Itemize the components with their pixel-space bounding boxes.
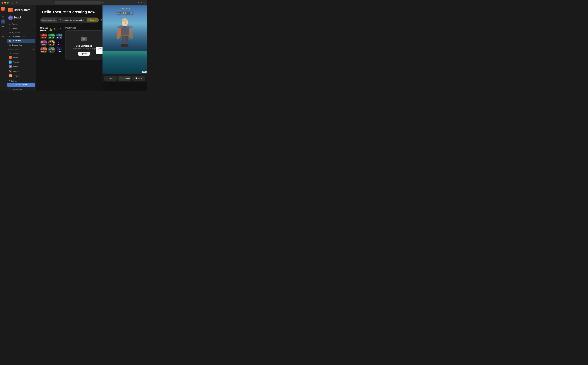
svg-rect-1	[11, 9, 12, 9]
history-button[interactable]: ↺	[100, 19, 102, 22]
svg-rect-20	[41, 41, 43, 43]
strip-j-icon[interactable]: J	[1, 29, 5, 33]
svg-point-5	[42, 34, 44, 36]
request-feature-link[interactable]: ◌ Request feature	[7, 87, 35, 91]
tab-new[interactable]: New	[54, 28, 58, 30]
svg-rect-62	[121, 44, 125, 47]
nav-item-communities[interactable]: ⁂ Communities	[7, 43, 35, 47]
jpg-badge: JPG ☞	[96, 47, 102, 54]
svg-rect-0	[9, 9, 10, 9]
share-icon[interactable]: ⬆	[138, 2, 139, 4]
forward-button[interactable]: ›	[17, 1, 18, 4]
fav-item-warforge[interactable]: ⚔️ Warforge	[7, 69, 35, 74]
fav-item-rampage[interactable]: 💥 Rampage	[7, 74, 35, 78]
svg-rect-9	[43, 35, 44, 35]
nav-item-search[interactable]: ⌕ Search K	[7, 22, 35, 26]
close-button[interactable]	[2, 2, 3, 4]
genre-card-sports[interactable]: Sports	[48, 40, 55, 46]
windows-icon[interactable]: ⊟	[144, 2, 145, 4]
game-title-overlay: LEGENDS OF ASTRIA	[102, 7, 147, 15]
fav-label-aether: Aether	[13, 66, 17, 68]
fav-icon-warforge: ⚔️	[9, 70, 12, 73]
svg-point-67	[126, 26, 130, 28]
tab-hot[interactable]: Hot	[50, 28, 52, 30]
tab-top[interactable]: Top	[60, 28, 62, 30]
nav-item-home[interactable]: ⌂ Home	[7, 26, 35, 30]
user-profile[interactable]: EE Edwin E. @TopPlayer	[6, 14, 36, 21]
minimize-button[interactable]	[4, 2, 6, 4]
settings-link[interactable]: ⚙ Settings	[7, 79, 35, 83]
svg-point-46	[61, 48, 61, 49]
genre-card-action[interactable]: Action	[40, 34, 47, 39]
genre-label-strategy: Strategy	[40, 43, 47, 46]
strip-home-icon[interactable]: F	[1, 20, 5, 23]
input-col: Input Image Use a reference	[65, 27, 102, 60]
request-icon: ◌	[9, 88, 10, 90]
genre-card-metroidvania[interactable]: Metroidvania	[56, 47, 62, 53]
svg-rect-3	[11, 10, 12, 10]
nav-item-workstation[interactable]: ▦ Workstation	[7, 39, 35, 43]
type-selector[interactable]: Character design	[40, 18, 57, 22]
progress-section: 77%	[102, 74, 147, 74]
svg-rect-61	[125, 36, 128, 45]
fav-label-rampage: Rampage	[13, 75, 20, 77]
strip-g-icon[interactable]: G	[1, 24, 5, 28]
create-again-button[interactable]: Create again	[118, 76, 131, 81]
genre-card-rpg[interactable]: RPG	[48, 47, 55, 53]
bottom-links: ⚙ Settings	[7, 79, 35, 83]
fav-item-frostfall[interactable]: ❄️ Frostfall	[7, 60, 35, 64]
upload-button[interactable]: Upload	[78, 52, 90, 56]
genre-card-strategy[interactable]: Strategy	[40, 40, 47, 46]
genre-card-puzzle[interactable]: Puzzle	[40, 47, 47, 53]
nav-item-discover[interactable]: ◈ Discover Games	[7, 35, 35, 39]
fav-item-aether[interactable]: ✨ Aether	[7, 64, 35, 69]
invite-friend-button[interactable]: Invite a friend	[7, 83, 35, 87]
sidebar-bottom: ⚙ Settings Invite a friend ◌ Request fea…	[6, 78, 36, 91]
genre-title: Choose Genre	[40, 27, 48, 32]
content-row: Choose Genre Hot New Top	[40, 27, 98, 60]
genre-label-sports: Sports	[48, 43, 55, 46]
workstation-icon: ▦	[9, 40, 11, 42]
nav-label-mygames: My Games	[12, 32, 20, 34]
progress-bar-bg: 77%	[102, 74, 147, 74]
create-button[interactable]: Create	[87, 18, 99, 22]
upload-title: Use a reference	[68, 45, 100, 47]
share-icon: ⬆	[107, 77, 109, 79]
search-shortcut: K	[33, 23, 34, 25]
sidebar-toggle-button[interactable]: ⊞	[11, 1, 14, 4]
upload-subtitle: Upload or drag and drop an image	[68, 48, 100, 49]
sidebar-strip: GF ◎ F G J C	[0, 6, 6, 91]
progress-label: 77%	[142, 71, 146, 73]
traffic-lights	[2, 2, 9, 4]
svg-rect-63	[124, 44, 129, 47]
nav-item-mygames[interactable]: ◎ My Games	[7, 30, 35, 35]
svg-point-45	[57, 48, 58, 48]
reload-button[interactable]: ↻	[102, 2, 103, 4]
new-tab-icon[interactable]: +	[141, 2, 142, 4]
favourites-collapse-icon[interactable]: ▾	[33, 49, 34, 50]
strip-c-icon[interactable]: C	[1, 34, 5, 38]
strip-logo-icon[interactable]: GF	[1, 7, 5, 11]
get-help-link[interactable]: ? Get help	[7, 91, 35, 91]
share-button[interactable]: ⬆ Share	[104, 76, 117, 81]
genre-card-adventure[interactable]: Adventure	[48, 34, 55, 39]
nav-label-communities: Communities	[12, 44, 22, 46]
genre-card-horror[interactable]: Horror	[56, 40, 62, 46]
user-info: Edwin E. @TopPlayer	[14, 16, 34, 20]
back-button[interactable]: ‹	[16, 1, 17, 4]
strip-unknown-icon[interactable]: ◎	[1, 15, 5, 19]
fav-icon-voidborn: 🌑	[9, 51, 12, 55]
hero-title: Hello Theo, start creating now!	[40, 10, 98, 14]
save-button[interactable]: 💾 Save	[132, 76, 145, 81]
fav-item-voidborn[interactable]: 🌑 Voidborn	[7, 51, 35, 55]
upload-zone[interactable]: Use a reference Upload or drag and drop …	[65, 30, 102, 60]
genre-card-simulation[interactable]: Simulation	[56, 34, 62, 39]
maximize-button[interactable]	[7, 2, 9, 4]
jpg-badge-text: JPG	[97, 48, 102, 50]
fav-item-hexrise[interactable]: 🔥 Hexrise	[7, 55, 35, 60]
fav-icon-rampage: 💥	[9, 74, 12, 77]
prompt-input[interactable]	[59, 19, 85, 21]
home-icon: ⌂	[9, 27, 11, 29]
url-input[interactable]: https://gamefactory.gg/home	[55, 1, 101, 4]
genre-grid: Action	[40, 34, 62, 53]
